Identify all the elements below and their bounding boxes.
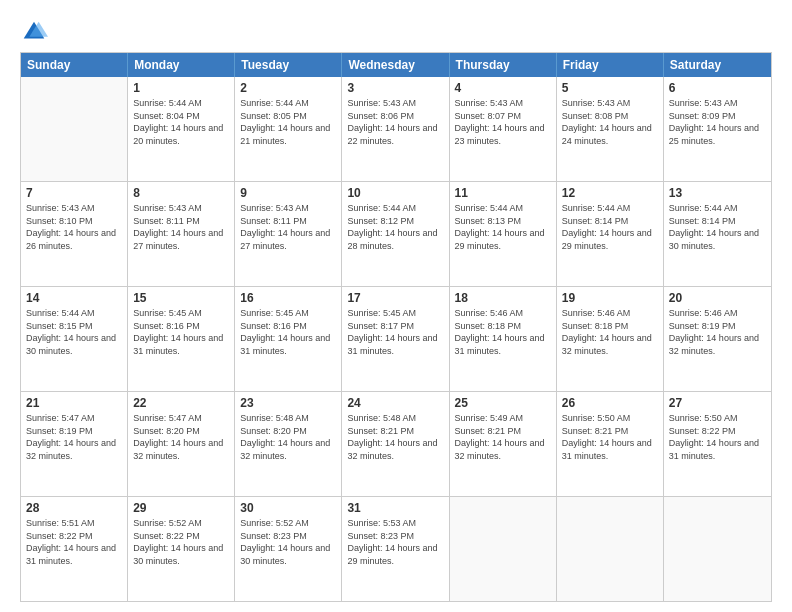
day-number: 16: [240, 290, 336, 306]
day-number: 22: [133, 395, 229, 411]
calendar-day-22: 22Sunrise: 5:47 AMSunset: 8:20 PMDayligh…: [128, 392, 235, 496]
day-info: Sunrise: 5:46 AMSunset: 8:18 PMDaylight:…: [455, 307, 551, 357]
calendar-day-15: 15Sunrise: 5:45 AMSunset: 8:16 PMDayligh…: [128, 287, 235, 391]
calendar: SundayMondayTuesdayWednesdayThursdayFrid…: [20, 52, 772, 602]
day-info: Sunrise: 5:44 AMSunset: 8:14 PMDaylight:…: [562, 202, 658, 252]
day-info: Sunrise: 5:52 AMSunset: 8:22 PMDaylight:…: [133, 517, 229, 567]
header: [20, 18, 772, 46]
day-number: 31: [347, 500, 443, 516]
day-info: Sunrise: 5:44 AMSunset: 8:12 PMDaylight:…: [347, 202, 443, 252]
day-info: Sunrise: 5:50 AMSunset: 8:21 PMDaylight:…: [562, 412, 658, 462]
calendar-header-day-friday: Friday: [557, 53, 664, 77]
calendar-body: 1Sunrise: 5:44 AMSunset: 8:04 PMDaylight…: [21, 77, 771, 601]
calendar-day-1: 1Sunrise: 5:44 AMSunset: 8:04 PMDaylight…: [128, 77, 235, 181]
calendar-header-day-wednesday: Wednesday: [342, 53, 449, 77]
day-number: 18: [455, 290, 551, 306]
calendar-week-4: 21Sunrise: 5:47 AMSunset: 8:19 PMDayligh…: [21, 392, 771, 497]
day-number: 11: [455, 185, 551, 201]
calendar-header-day-monday: Monday: [128, 53, 235, 77]
day-number: 29: [133, 500, 229, 516]
calendar-page: SundayMondayTuesdayWednesdayThursdayFrid…: [0, 0, 792, 612]
day-number: 25: [455, 395, 551, 411]
day-number: 30: [240, 500, 336, 516]
day-number: 24: [347, 395, 443, 411]
calendar-day-24: 24Sunrise: 5:48 AMSunset: 8:21 PMDayligh…: [342, 392, 449, 496]
day-number: 8: [133, 185, 229, 201]
calendar-day-13: 13Sunrise: 5:44 AMSunset: 8:14 PMDayligh…: [664, 182, 771, 286]
day-info: Sunrise: 5:47 AMSunset: 8:20 PMDaylight:…: [133, 412, 229, 462]
calendar-day-10: 10Sunrise: 5:44 AMSunset: 8:12 PMDayligh…: [342, 182, 449, 286]
day-info: Sunrise: 5:45 AMSunset: 8:16 PMDaylight:…: [133, 307, 229, 357]
day-info: Sunrise: 5:43 AMSunset: 8:06 PMDaylight:…: [347, 97, 443, 147]
day-info: Sunrise: 5:53 AMSunset: 8:23 PMDaylight:…: [347, 517, 443, 567]
day-number: 14: [26, 290, 122, 306]
day-info: Sunrise: 5:43 AMSunset: 8:09 PMDaylight:…: [669, 97, 766, 147]
day-info: Sunrise: 5:45 AMSunset: 8:16 PMDaylight:…: [240, 307, 336, 357]
day-info: Sunrise: 5:51 AMSunset: 8:22 PMDaylight:…: [26, 517, 122, 567]
day-info: Sunrise: 5:52 AMSunset: 8:23 PMDaylight:…: [240, 517, 336, 567]
calendar-day-20: 20Sunrise: 5:46 AMSunset: 8:19 PMDayligh…: [664, 287, 771, 391]
logo-icon: [20, 18, 48, 46]
calendar-header-day-sunday: Sunday: [21, 53, 128, 77]
calendar-day-31: 31Sunrise: 5:53 AMSunset: 8:23 PMDayligh…: [342, 497, 449, 601]
calendar-day-14: 14Sunrise: 5:44 AMSunset: 8:15 PMDayligh…: [21, 287, 128, 391]
day-info: Sunrise: 5:46 AMSunset: 8:19 PMDaylight:…: [669, 307, 766, 357]
calendar-day-23: 23Sunrise: 5:48 AMSunset: 8:20 PMDayligh…: [235, 392, 342, 496]
day-number: 28: [26, 500, 122, 516]
day-number: 13: [669, 185, 766, 201]
day-number: 12: [562, 185, 658, 201]
day-number: 23: [240, 395, 336, 411]
day-info: Sunrise: 5:44 AMSunset: 8:14 PMDaylight:…: [669, 202, 766, 252]
calendar-day-25: 25Sunrise: 5:49 AMSunset: 8:21 PMDayligh…: [450, 392, 557, 496]
day-info: Sunrise: 5:46 AMSunset: 8:18 PMDaylight:…: [562, 307, 658, 357]
day-info: Sunrise: 5:44 AMSunset: 8:13 PMDaylight:…: [455, 202, 551, 252]
day-number: 20: [669, 290, 766, 306]
day-number: 2: [240, 80, 336, 96]
day-number: 17: [347, 290, 443, 306]
calendar-day-5: 5Sunrise: 5:43 AMSunset: 8:08 PMDaylight…: [557, 77, 664, 181]
calendar-header-day-tuesday: Tuesday: [235, 53, 342, 77]
calendar-week-2: 7Sunrise: 5:43 AMSunset: 8:10 PMDaylight…: [21, 182, 771, 287]
day-info: Sunrise: 5:43 AMSunset: 8:10 PMDaylight:…: [26, 202, 122, 252]
day-number: 10: [347, 185, 443, 201]
calendar-day-27: 27Sunrise: 5:50 AMSunset: 8:22 PMDayligh…: [664, 392, 771, 496]
calendar-header: SundayMondayTuesdayWednesdayThursdayFrid…: [21, 53, 771, 77]
calendar-day-12: 12Sunrise: 5:44 AMSunset: 8:14 PMDayligh…: [557, 182, 664, 286]
calendar-week-1: 1Sunrise: 5:44 AMSunset: 8:04 PMDaylight…: [21, 77, 771, 182]
calendar-day-30: 30Sunrise: 5:52 AMSunset: 8:23 PMDayligh…: [235, 497, 342, 601]
day-info: Sunrise: 5:44 AMSunset: 8:05 PMDaylight:…: [240, 97, 336, 147]
day-number: 26: [562, 395, 658, 411]
day-number: 7: [26, 185, 122, 201]
day-number: 1: [133, 80, 229, 96]
calendar-day-16: 16Sunrise: 5:45 AMSunset: 8:16 PMDayligh…: [235, 287, 342, 391]
calendar-day-21: 21Sunrise: 5:47 AMSunset: 8:19 PMDayligh…: [21, 392, 128, 496]
day-info: Sunrise: 5:44 AMSunset: 8:15 PMDaylight:…: [26, 307, 122, 357]
day-number: 9: [240, 185, 336, 201]
calendar-day-9: 9Sunrise: 5:43 AMSunset: 8:11 PMDaylight…: [235, 182, 342, 286]
day-number: 5: [562, 80, 658, 96]
day-info: Sunrise: 5:50 AMSunset: 8:22 PMDaylight:…: [669, 412, 766, 462]
calendar-day-2: 2Sunrise: 5:44 AMSunset: 8:05 PMDaylight…: [235, 77, 342, 181]
calendar-day-7: 7Sunrise: 5:43 AMSunset: 8:10 PMDaylight…: [21, 182, 128, 286]
calendar-day-4: 4Sunrise: 5:43 AMSunset: 8:07 PMDaylight…: [450, 77, 557, 181]
calendar-day-17: 17Sunrise: 5:45 AMSunset: 8:17 PMDayligh…: [342, 287, 449, 391]
day-info: Sunrise: 5:47 AMSunset: 8:19 PMDaylight:…: [26, 412, 122, 462]
calendar-header-day-saturday: Saturday: [664, 53, 771, 77]
calendar-week-3: 14Sunrise: 5:44 AMSunset: 8:15 PMDayligh…: [21, 287, 771, 392]
calendar-day-26: 26Sunrise: 5:50 AMSunset: 8:21 PMDayligh…: [557, 392, 664, 496]
calendar-empty-cell: [557, 497, 664, 601]
calendar-empty-cell: [664, 497, 771, 601]
day-number: 6: [669, 80, 766, 96]
calendar-day-11: 11Sunrise: 5:44 AMSunset: 8:13 PMDayligh…: [450, 182, 557, 286]
day-info: Sunrise: 5:45 AMSunset: 8:17 PMDaylight:…: [347, 307, 443, 357]
day-info: Sunrise: 5:43 AMSunset: 8:08 PMDaylight:…: [562, 97, 658, 147]
calendar-day-19: 19Sunrise: 5:46 AMSunset: 8:18 PMDayligh…: [557, 287, 664, 391]
day-number: 19: [562, 290, 658, 306]
calendar-week-5: 28Sunrise: 5:51 AMSunset: 8:22 PMDayligh…: [21, 497, 771, 601]
day-number: 15: [133, 290, 229, 306]
calendar-day-8: 8Sunrise: 5:43 AMSunset: 8:11 PMDaylight…: [128, 182, 235, 286]
day-info: Sunrise: 5:48 AMSunset: 8:20 PMDaylight:…: [240, 412, 336, 462]
calendar-day-6: 6Sunrise: 5:43 AMSunset: 8:09 PMDaylight…: [664, 77, 771, 181]
calendar-day-29: 29Sunrise: 5:52 AMSunset: 8:22 PMDayligh…: [128, 497, 235, 601]
logo: [20, 18, 52, 46]
